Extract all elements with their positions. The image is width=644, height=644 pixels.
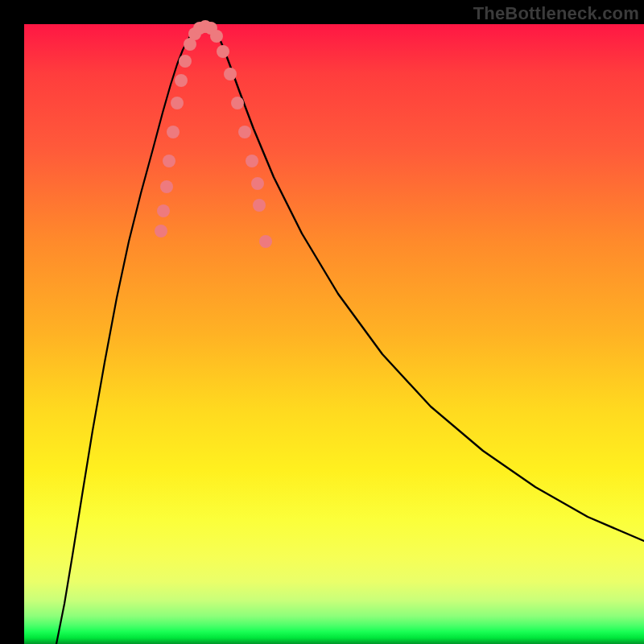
data-point bbox=[210, 30, 223, 43]
plot-area bbox=[24, 24, 644, 644]
data-point bbox=[224, 68, 237, 80]
data-point bbox=[246, 155, 258, 167]
data-point bbox=[155, 225, 167, 237]
series-right-curve bbox=[213, 27, 644, 541]
watermark-text: TheBottleneck.com bbox=[473, 3, 639, 24]
data-point bbox=[163, 155, 175, 167]
series-group bbox=[56, 27, 644, 644]
data-point bbox=[251, 177, 264, 190]
data-point bbox=[160, 180, 173, 193]
data-point bbox=[253, 199, 266, 212]
scatter-group bbox=[155, 20, 272, 248]
data-point bbox=[259, 235, 272, 248]
chart-svg bbox=[24, 24, 644, 644]
chart-frame: TheBottleneck.com bbox=[0, 0, 644, 644]
data-point bbox=[179, 55, 192, 68]
data-point bbox=[231, 97, 244, 109]
data-point bbox=[171, 97, 184, 109]
data-point bbox=[175, 74, 188, 87]
data-point bbox=[167, 126, 180, 138]
data-point bbox=[157, 204, 170, 217]
series-left-curve bbox=[56, 27, 197, 644]
data-point bbox=[217, 45, 229, 58]
data-point bbox=[238, 126, 251, 138]
